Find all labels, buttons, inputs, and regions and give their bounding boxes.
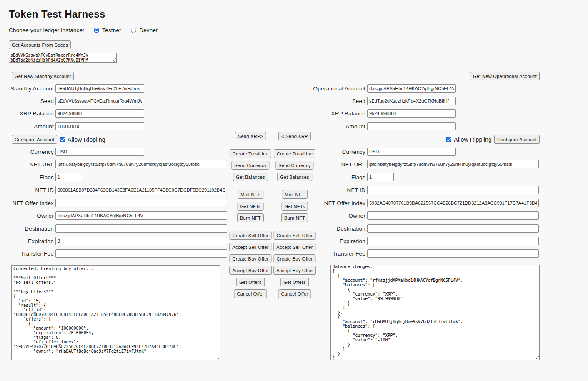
- operational-results-textarea[interactable]: Balance changes: [ { "account": "rfxszjj…: [330, 265, 540, 360]
- operational-accept-buy-offer-button[interactable]: Accept Buy Offer: [273, 266, 316, 275]
- standby-nft-id-row: NFT ID: [5, 186, 227, 194]
- standby-results-textarea[interactable]: Connected. Creating buy offer... ***Sell…: [11, 265, 220, 360]
- operational-flags-label: Flags: [310, 174, 367, 180]
- seed-line-1: sEdVVkSsswaXPCvEatRmcarRrq4WmJV: [10, 53, 115, 58]
- operational-get-offers-button[interactable]: Get Offers: [280, 278, 309, 286]
- seeds-textarea[interactable]: sEdVVkSsswaXPCvEatRmcarRrq4WmJV sEdTao2d…: [9, 53, 117, 63]
- operational-nft-url-input[interactable]: [367, 160, 539, 168]
- devnet-radio-icon[interactable]: [131, 28, 136, 33]
- operational-owner-input[interactable]: [367, 211, 539, 220]
- standby-cancel-offer-button[interactable]: Cancel Offer: [234, 289, 267, 298]
- operational-amount-input[interactable]: [367, 122, 456, 130]
- operational-destination-label: Destination: [310, 226, 367, 232]
- operational-expiration-label: Expiration: [310, 238, 367, 244]
- standby-transfer-fee-row: Transfer Fee: [5, 249, 227, 258]
- operational-accept-sell-offer-button[interactable]: Accept Sell Offer: [273, 243, 315, 251]
- operational-create-buy-offer-button[interactable]: Create Buy Offer: [273, 254, 315, 263]
- operational-cancel-offer-button[interactable]: Cancel Offer: [278, 289, 311, 298]
- operational-nft-offer-index-input[interactable]: [367, 199, 539, 207]
- standby-flags-row: Flags: [5, 173, 82, 181]
- standby-transfer-fee-input[interactable]: [55, 249, 227, 258]
- standby-send-currency-button[interactable]: Send Currency: [231, 161, 269, 170]
- operational-destination-input[interactable]: [367, 224, 539, 233]
- operational-account-label: Operational Account: [310, 85, 367, 92]
- standby-nft-url-row: NFT URL: [5, 160, 227, 168]
- standby-flags-label: Flags: [5, 174, 55, 180]
- standby-accept-sell-offer-button[interactable]: Accept Sell Offer: [229, 243, 271, 251]
- standby-allow-rippling-label: Allow Rippling: [68, 136, 105, 143]
- operational-configure-account-button[interactable]: Configure Account: [494, 135, 540, 144]
- operational-expiration-input[interactable]: [367, 237, 539, 245]
- standby-accept-buy-offer-button[interactable]: Accept Buy Offer: [229, 266, 272, 275]
- operational-send-currency-button[interactable]: Send Currency: [275, 161, 313, 170]
- get-new-operational-account-button[interactable]: Get New Operational Account: [470, 72, 540, 80]
- standby-allow-rippling-checkbox[interactable]: [60, 137, 65, 142]
- operational-nft-url-row: NFT URL: [310, 160, 539, 168]
- radio-option-testnet[interactable]: Testnet: [94, 27, 121, 33]
- standby-create-sell-offer-button[interactable]: Create Sell Offer: [230, 231, 272, 240]
- standby-get-balances-button[interactable]: Get Balances: [233, 173, 268, 181]
- standby-destination-label: Destination: [5, 226, 55, 232]
- standby-owner-row: Owner: [5, 211, 227, 220]
- operational-allow-rippling-checkbox[interactable]: [446, 137, 451, 142]
- standby-burn-nft-button[interactable]: Burn NFT: [237, 213, 264, 222]
- operational-flags-input[interactable]: [367, 173, 394, 181]
- radio-option-devnet[interactable]: Devnet: [131, 27, 158, 33]
- standby-flags-input[interactable]: [55, 173, 82, 181]
- devnet-radio-label: Devnet: [139, 27, 158, 33]
- operational-create-sell-offer-button[interactable]: Create Sell Offer: [274, 231, 316, 240]
- operational-allow-rippling-label: Allow Rippling: [454, 136, 492, 143]
- standby-mint-nft-button[interactable]: Mint NFT: [238, 190, 263, 199]
- operational-xrp-balance-input[interactable]: [367, 109, 456, 118]
- operational-currency-label: Currency: [310, 149, 367, 155]
- operational-seed-input[interactable]: [367, 97, 456, 105]
- operational-currency-input[interactable]: [367, 148, 456, 156]
- seed-line-2: sEdTao2dKsezHzkPq4X2gC7KNuBifHf: [10, 58, 115, 63]
- operational-nft-offer-index-row: NFT Offer Index: [310, 199, 539, 207]
- standby-currency-row: Currency: [5, 148, 144, 156]
- ledger-chooser: Choose your ledger instance: Testnet Dev…: [9, 26, 158, 34]
- operational-destination-row: Destination: [310, 224, 539, 233]
- operational-currency-row: Currency: [310, 148, 456, 156]
- operational-amount-row: Amount: [310, 122, 456, 130]
- operational-get-balances-button[interactable]: Get Balances: [277, 173, 312, 181]
- standby-currency-label: Currency: [5, 149, 55, 155]
- standby-currency-input[interactable]: [55, 148, 144, 156]
- operational-seed-label: Seed: [310, 98, 367, 104]
- standby-expiration-input[interactable]: [55, 237, 227, 245]
- standby-nft-url-label: NFT URL: [5, 161, 55, 168]
- operational-get-nfts-button[interactable]: Get NFTs: [282, 202, 308, 211]
- operational-mint-nft-button[interactable]: Mint NFT: [282, 190, 308, 199]
- operational-burn-nft-button[interactable]: Burn NFT: [281, 213, 308, 222]
- operational-transfer-fee-input[interactable]: [367, 249, 539, 258]
- standby-xrp-balance-input[interactable]: [55, 109, 144, 118]
- send-xrp-to-operational-button[interactable]: Send XRP>: [235, 132, 266, 140]
- operational-create-trustline-button[interactable]: Create TrustLine: [274, 149, 315, 158]
- standby-expiration-row: Expiration: [5, 237, 227, 245]
- operational-nft-id-input[interactable]: [367, 186, 539, 194]
- standby-nft-id-input[interactable]: [55, 186, 227, 194]
- operational-owner-row: Owner: [310, 211, 539, 220]
- page-title: Token Test Harness: [9, 8, 105, 20]
- get-new-standby-account-button[interactable]: Get New Standby Account: [12, 72, 74, 80]
- operational-nft-id-label: NFT ID: [310, 187, 367, 193]
- testnet-radio-icon[interactable]: [94, 28, 99, 33]
- standby-nft-offer-index-input[interactable]: [55, 199, 227, 207]
- standby-get-offers-button[interactable]: Get Offers: [236, 278, 265, 286]
- standby-amount-input[interactable]: [55, 122, 144, 130]
- standby-seed-input[interactable]: [55, 97, 144, 105]
- standby-create-buy-offer-button[interactable]: Create Buy Offer: [229, 254, 271, 263]
- standby-amount-label: Amount: [5, 123, 55, 130]
- operational-account-input[interactable]: [367, 84, 456, 93]
- standby-get-nfts-button[interactable]: Get NFTs: [238, 202, 264, 211]
- get-accounts-from-seeds-button[interactable]: Get Accounts From Seeds: [9, 40, 71, 49]
- standby-account-input[interactable]: [55, 84, 144, 93]
- standby-nft-url-input[interactable]: [55, 160, 227, 168]
- standby-destination-input[interactable]: [55, 224, 227, 233]
- standby-owner-input[interactable]: [55, 211, 227, 220]
- standby-create-trustline-button[interactable]: Create TrustLine: [230, 149, 271, 158]
- testnet-radio-label: Testnet: [102, 27, 121, 33]
- send-xrp-to-standby-button[interactable]: < Send XRP: [278, 132, 311, 140]
- standby-configure-account-button[interactable]: Configure Account: [12, 135, 57, 144]
- operational-seed-row: Seed: [310, 97, 456, 105]
